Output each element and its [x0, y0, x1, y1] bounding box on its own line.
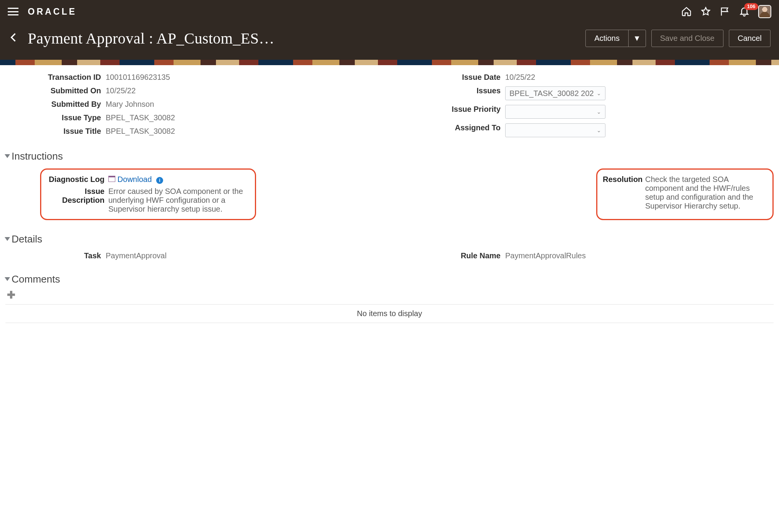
section-details-title: Details — [12, 233, 42, 245]
diagnostic-log-value: Download i — [108, 175, 250, 184]
rule-name-label: Rule Name — [393, 251, 505, 260]
field-issues: Issues BPEL_TASK_30082 202 ⌄ — [393, 84, 774, 103]
section-details-header[interactable]: Details — [5, 233, 774, 245]
comments-empty: No items to display — [5, 305, 774, 323]
page-title: Payment Approval : AP_Custom_ES… — [28, 29, 576, 47]
field-issue-type: Issue Type BPEL_TASK_30082 — [5, 111, 386, 125]
issue-priority-label: Issue Priority — [393, 105, 505, 114]
page-header: Payment Approval : AP_Custom_ES… Actions… — [0, 23, 779, 60]
issue-description-value: Error caused by SOA component or the und… — [108, 187, 250, 214]
issue-title-label: Issue Title — [5, 127, 106, 136]
avatar[interactable] — [758, 5, 771, 18]
actions-button[interactable]: Actions ▼ — [585, 30, 646, 47]
topbar-right: 106 — [681, 5, 771, 18]
instructions-right: Resolution Check the targeted SOA compon… — [393, 166, 774, 222]
issues-select[interactable]: BPEL_TASK_30082 202 ⌄ — [505, 86, 605, 100]
task-value: PaymentApproval — [106, 251, 386, 260]
section-instructions-header[interactable]: Instructions — [5, 150, 774, 162]
section-comments-title: Comments — [12, 273, 60, 285]
submitted-on-value: 10/25/22 — [106, 86, 386, 95]
decorative-band — [0, 60, 779, 65]
instructions-left: Diagnostic Log Download i Issue Descript… — [5, 166, 386, 222]
submitted-by-value: Mary Johnson — [106, 100, 386, 109]
file-icon — [108, 176, 115, 182]
details-right: Rule Name PaymentApprovalRules — [393, 249, 774, 263]
issue-description-label: Issue Description — [47, 187, 108, 214]
hamburger-menu-icon[interactable] — [8, 8, 19, 15]
actions-button-label: Actions — [586, 30, 629, 47]
issue-title-value: BPEL_TASK_30082 — [106, 127, 386, 136]
collapse-icon[interactable] — [5, 154, 10, 158]
header-actions: Actions ▼ Save and Close Cancel — [585, 30, 771, 47]
save-and-close-button: Save and Close — [651, 30, 723, 47]
task-label: Task — [5, 251, 106, 260]
issue-type-label: Issue Type — [5, 113, 106, 122]
field-submitted-on: Submitted On 10/25/22 — [5, 84, 386, 98]
issue-priority-select[interactable]: ⌄ — [505, 105, 605, 119]
actions-caret-icon[interactable]: ▼ — [629, 30, 646, 47]
topbar-left: ORACLE — [8, 7, 77, 17]
section-instructions-title: Instructions — [12, 150, 63, 162]
resolution-value: Check the targeted SOA component and the… — [645, 175, 767, 210]
assigned-to-label: Assigned To — [393, 123, 505, 132]
assigned-to-select[interactable]: ⌄ — [505, 123, 605, 137]
issues-select-value: BPEL_TASK_30082 202 — [509, 89, 594, 98]
info-icon[interactable]: i — [156, 177, 163, 184]
brand-logo[interactable]: ORACLE — [28, 7, 77, 17]
diagnostic-log-row: Diagnostic Log Download i — [47, 173, 250, 185]
diagnostic-log-label: Diagnostic Log — [47, 175, 108, 184]
issue-type-value: BPEL_TASK_30082 — [106, 113, 386, 122]
field-submitted-by: Submitted By Mary Johnson — [5, 98, 386, 111]
field-rule-name: Rule Name PaymentApprovalRules — [393, 249, 774, 263]
summary-right-col: Issue Date 10/25/22 Issues BPEL_TASK_300… — [393, 71, 774, 140]
submitted-by-label: Submitted By — [5, 100, 106, 109]
issue-date-value: 10/25/22 — [505, 73, 774, 82]
summary-left-col: Transaction ID 100101169623135 Submitted… — [5, 71, 386, 140]
diagnostic-highlight: Diagnostic Log Download i Issue Descript… — [40, 168, 256, 220]
field-issue-date: Issue Date 10/25/22 — [393, 71, 774, 84]
section-comments-header[interactable]: Comments — [5, 273, 774, 285]
field-task: Task PaymentApproval — [5, 249, 386, 263]
submitted-on-label: Submitted On — [5, 86, 106, 95]
resolution-highlight: Resolution Check the targeted SOA compon… — [596, 168, 774, 220]
flag-icon[interactable] — [720, 6, 730, 17]
cancel-button-label: Cancel — [738, 34, 762, 43]
field-assigned-to: Assigned To ⌄ — [393, 121, 774, 140]
save-button-label: Save and Close — [660, 34, 715, 43]
field-issue-priority: Issue Priority ⌄ — [393, 103, 774, 121]
resolution-label: Resolution — [603, 175, 645, 210]
chevron-down-icon: ⌄ — [597, 109, 601, 115]
resolution-row: Resolution Check the targeted SOA compon… — [603, 173, 767, 212]
star-icon[interactable] — [700, 6, 711, 17]
notification-badge: 106 — [744, 3, 758, 10]
instructions-body: Diagnostic Log Download i Issue Descript… — [5, 166, 774, 222]
issues-label: Issues — [393, 86, 505, 95]
transaction-id-value: 100101169623135 — [106, 73, 386, 82]
chevron-down-icon: ⌄ — [597, 127, 601, 133]
field-issue-title: Issue Title BPEL_TASK_30082 — [5, 125, 386, 138]
issue-description-row: Issue Description Error caused by SOA co… — [47, 185, 250, 215]
details-left: Task PaymentApproval — [5, 249, 386, 263]
details-body: Task PaymentApproval Rule Name PaymentAp… — [5, 249, 774, 263]
content: Transaction ID 100101169623135 Submitted… — [0, 65, 779, 335]
global-topbar: ORACLE 106 — [0, 0, 779, 23]
collapse-icon[interactable] — [5, 277, 10, 281]
back-icon[interactable] — [8, 30, 19, 47]
issue-date-label: Issue Date — [393, 73, 505, 82]
chevron-down-icon: ⌄ — [597, 90, 601, 96]
home-icon[interactable] — [681, 6, 692, 17]
add-comment-button[interactable]: ✚ — [7, 289, 15, 301]
field-transaction-id: Transaction ID 100101169623135 — [5, 71, 386, 84]
transaction-id-label: Transaction ID — [5, 73, 106, 82]
cancel-button[interactable]: Cancel — [729, 30, 771, 47]
download-link[interactable]: Download — [118, 175, 152, 184]
collapse-icon[interactable] — [5, 237, 10, 241]
rule-name-value: PaymentApprovalRules — [505, 251, 774, 260]
bell-icon[interactable]: 106 — [739, 6, 750, 17]
summary-grid: Transaction ID 100101169623135 Submitted… — [5, 71, 774, 140]
